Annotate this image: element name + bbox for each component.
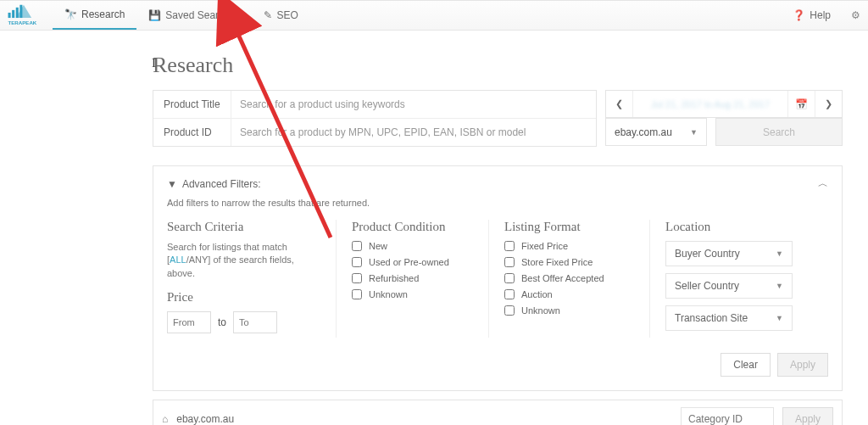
caret-down-icon: ▼ [776, 282, 783, 290]
search-button[interactable]: Search [715, 118, 843, 146]
nav-research-label: Research [81, 8, 125, 20]
gear-icon: ⚙ [851, 9, 860, 21]
price-heading: Price [167, 290, 320, 305]
condition-unknown[interactable]: Unknown [352, 289, 473, 299]
nav-saved-label: Saved Searches [165, 9, 240, 21]
format-fixed[interactable]: Fixed Price [504, 241, 634, 251]
nav-saved-searches[interactable]: 💾Saved Searches [136, 1, 252, 30]
collapse-button[interactable]: ︿ [818, 176, 828, 191]
caret-down-icon: ▼ [776, 249, 783, 258]
price-from-input[interactable] [167, 311, 211, 333]
crumb-site[interactable]: ebay.com.au [176, 413, 672, 425]
search-criteria-column: Search Criteria Search for listings that… [167, 220, 337, 338]
format-unknown[interactable]: Unknown [504, 305, 634, 316]
nav-help[interactable]: ❓Help [781, 1, 843, 30]
format-store-fixed[interactable]: Store Fixed Price [504, 257, 634, 267]
svg-text:TERAPEAK: TERAPEAK [8, 20, 37, 26]
top-nav: TERAPEAK 🔭Research 💾Saved Searches ✎SEO … [0, 0, 868, 31]
page-title: Research [153, 53, 843, 78]
price-to-input[interactable] [233, 311, 277, 333]
product-id-label: Product ID [153, 119, 231, 146]
date-next-button[interactable]: ❯ [815, 91, 842, 117]
apply-category-button[interactable]: Apply [782, 407, 833, 425]
format-best-offer[interactable]: Best Offer Accepted [504, 273, 634, 283]
help-icon: ❓ [793, 9, 805, 21]
search-criteria-heading: Search Criteria [167, 220, 320, 234]
advanced-filters-title: Advanced Filters: [182, 178, 261, 190]
filter-icon: ▼ [167, 178, 177, 190]
product-title-label: Product Title [153, 91, 231, 118]
date-range-display[interactable]: Jul 21, 2017 to Aug 21, 2017 [633, 91, 787, 117]
site-selected-label: ebay.com.au [615, 126, 672, 138]
date-prev-button[interactable]: ❮ [606, 91, 633, 117]
product-title-input[interactable] [231, 91, 596, 118]
location-heading: Location [665, 220, 813, 234]
nav-help-label: Help [810, 9, 831, 21]
calendar-icon[interactable]: 📅 [787, 91, 815, 117]
settings-button[interactable]: ⚙ [843, 1, 868, 30]
search-fields-panel: Product Title Product ID [153, 90, 597, 147]
condition-used[interactable]: Used or Pre-owned [352, 257, 473, 267]
brand-logo: TERAPEAK [0, 1, 53, 30]
svg-rect-0 [8, 13, 11, 18]
nav-seo[interactable]: ✎SEO [252, 1, 309, 30]
format-auction[interactable]: Auction [504, 289, 634, 299]
condition-new[interactable]: New [352, 241, 473, 251]
match-all-link[interactable]: ALL [170, 254, 186, 265]
site-dropdown[interactable]: ebay.com.au▼ [605, 118, 707, 146]
match-any-link[interactable]: ANY [189, 254, 209, 265]
category-bar: ⌂ ebay.com.au Apply [153, 400, 843, 425]
binoculars-icon: 🔭 [64, 8, 77, 20]
caret-down-icon: ▼ [690, 128, 698, 137]
condition-refurbished[interactable]: Refurbished [352, 273, 473, 283]
home-icon[interactable]: ⌂ [162, 413, 168, 425]
seller-country-dropdown[interactable]: Seller Country▼ [665, 273, 793, 299]
buyer-country-dropdown[interactable]: Buyer Country▼ [665, 241, 793, 266]
clear-button[interactable]: Clear [721, 353, 771, 377]
nav-research[interactable]: 🔭Research [53, 1, 136, 30]
format-column: Listing Format Fixed Price Store Fixed P… [489, 220, 650, 338]
format-heading: Listing Format [504, 220, 634, 234]
condition-column: Product Condition New Used or Pre-owned … [337, 220, 489, 338]
price-to-word: to [218, 316, 226, 328]
location-column: Location Buyer Country▼ Seller Country▼ … [650, 220, 828, 338]
advanced-filters-subtitle: Add filters to narrow the results that a… [167, 198, 828, 208]
advanced-filters-panel: ▼Advanced Filters: ︿ Add filters to narr… [153, 165, 843, 391]
apply-filters-button[interactable]: Apply [777, 353, 828, 377]
caret-down-icon: ▼ [776, 314, 783, 322]
nav-seo-label: SEO [276, 9, 298, 21]
pencil-icon: ✎ [264, 9, 272, 21]
save-icon: 💾 [148, 9, 161, 21]
category-id-input[interactable] [681, 407, 774, 425]
text-cursor-icon: I [152, 56, 156, 70]
transaction-site-dropdown[interactable]: Transaction Site▼ [665, 305, 793, 331]
search-criteria-desc: Search for listings that match [ALL/ANY]… [167, 241, 320, 280]
condition-heading: Product Condition [352, 220, 473, 234]
product-id-input[interactable] [231, 119, 596, 146]
svg-rect-1 [12, 10, 14, 18]
date-range-picker: ❮ Jul 21, 2017 to Aug 21, 2017 📅 ❯ [605, 90, 843, 118]
